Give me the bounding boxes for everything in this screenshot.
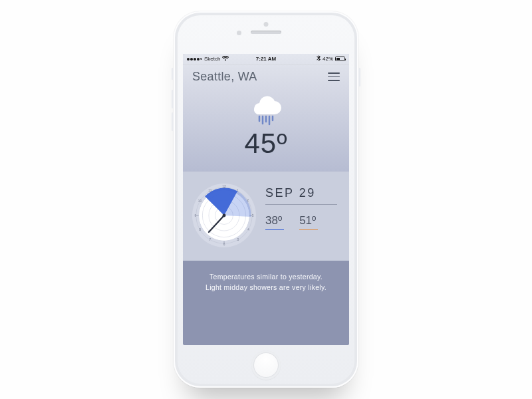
phone-speaker — [251, 31, 281, 34]
app-header: Seattle, WA — [183, 65, 349, 88]
hamburger-menu-icon[interactable] — [328, 72, 340, 81]
forecast-card: 12 1 2 3 4 5 6 7 8 9 10 11 — [183, 172, 349, 261]
signal-strength-icon — [187, 58, 202, 61]
svg-text:10: 10 — [198, 200, 202, 203]
svg-point-26 — [223, 214, 226, 217]
power-button — [358, 68, 360, 86]
mute-switch — [172, 68, 174, 80]
precipitation-clock-dial: 12 1 2 3 4 5 6 7 8 9 10 11 — [192, 184, 256, 247]
current-temperature: 45º — [183, 128, 349, 160]
low-temperature: 38º — [265, 214, 282, 230]
wifi-icon — [222, 56, 229, 63]
svg-text:7: 7 — [209, 238, 211, 241]
svg-text:4: 4 — [247, 228, 249, 231]
svg-text:12: 12 — [222, 185, 226, 188]
status-bar: Sketch 7:21 AM 42% — [183, 54, 349, 65]
status-time: 7:21 AM — [256, 56, 276, 62]
svg-text:9: 9 — [194, 214, 196, 217]
front-camera — [237, 31, 241, 35]
home-button[interactable] — [251, 350, 281, 380]
svg-text:6: 6 — [223, 243, 225, 246]
summary-line-1: Temperatures similar to yesterday. — [209, 273, 323, 281]
location-label: Seattle, WA — [192, 70, 257, 84]
svg-text:8: 8 — [199, 228, 201, 231]
svg-text:5: 5 — [237, 238, 239, 241]
rain-cloud-icon — [183, 94, 349, 126]
iphone-device-frame: Sketch 7:21 AM 42% Seattle, WA — [174, 11, 358, 388]
high-temperature: 51º — [299, 214, 316, 230]
battery-icon — [335, 57, 345, 61]
volume-down-button — [172, 112, 174, 131]
phone-screen: Sketch 7:21 AM 42% Seattle, WA — [183, 54, 349, 345]
proximity-sensor — [264, 22, 269, 27]
volume-up-button — [172, 90, 174, 108]
carrier-label: Sketch — [204, 56, 220, 62]
summary-line-2: Light midday showers are very likely. — [205, 283, 327, 291]
battery-percent: 42% — [323, 56, 333, 62]
forecast-date: SEP 29 — [265, 186, 337, 205]
forecast-summary: Temperatures similar to yesterday. Light… — [183, 261, 349, 345]
bluetooth-icon — [317, 55, 321, 63]
svg-text:3: 3 — [252, 214, 254, 217]
current-weather-hero: 45º — [183, 88, 349, 172]
